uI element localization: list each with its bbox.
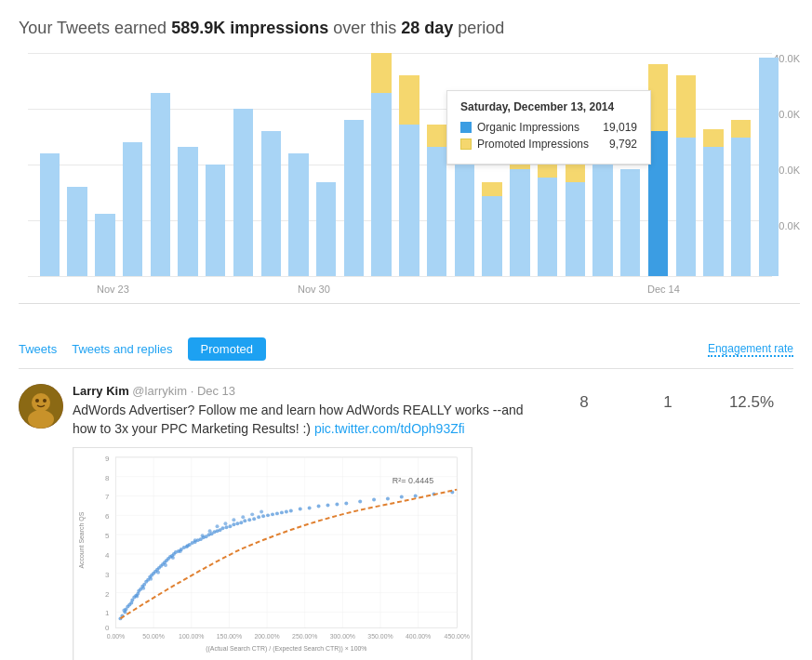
bar-organic (427, 147, 446, 276)
tooltip-organic-row: Organic Impressions 19,019 (460, 121, 637, 134)
svg-point-4 (43, 399, 47, 403)
bar-organic (316, 182, 336, 276)
bar-organic (759, 58, 779, 276)
impressions-chart: 40.0K 30.0K 20.0K 10.0K Saturday, Decemb… (19, 53, 800, 304)
svg-text:8: 8 (105, 474, 110, 482)
bar-group (369, 53, 394, 276)
svg-point-108 (149, 577, 153, 581)
bar-promoted (427, 125, 446, 147)
svg-point-106 (135, 595, 139, 599)
svg-point-99 (372, 498, 376, 502)
bar-organic (261, 131, 281, 276)
bar-organic (178, 147, 197, 276)
svg-point-109 (156, 571, 160, 574)
bar-promoted (731, 120, 751, 138)
bar-organic (95, 214, 114, 276)
svg-point-79 (235, 521, 239, 525)
svg-point-121 (250, 513, 254, 517)
bar-organic (592, 153, 612, 276)
svg-text:450.00%: 450.00% (445, 633, 470, 640)
bar-organic (67, 187, 87, 276)
organic-swatch (460, 122, 472, 133)
svg-point-118 (223, 521, 227, 525)
bar-organic (566, 182, 585, 276)
engagement-rate-value: 12.5% (710, 393, 793, 660)
svg-text:4: 4 (105, 551, 110, 560)
bar-promoted (703, 129, 723, 147)
bar-group (286, 53, 312, 276)
bar-organic (399, 125, 419, 276)
svg-point-96 (335, 503, 339, 507)
svg-text:2: 2 (105, 590, 109, 599)
tweet-author-name: Larry Kim (73, 384, 129, 398)
tooltip-organic-label: Organic Impressions (460, 121, 579, 134)
tweet-header: Larry Kim @larrykim · Dec 13 (73, 384, 542, 398)
svg-point-84 (257, 516, 260, 520)
svg-point-116 (208, 529, 212, 533)
bar-organic (648, 131, 668, 276)
tabs-left: Tweets Tweets and replies Promoted (19, 337, 266, 361)
bar-organic (344, 120, 364, 276)
tab-promoted[interactable]: Promoted (188, 337, 266, 361)
svg-text:R²= 0.4445: R²= 0.4445 (393, 476, 433, 485)
svg-text:50.00%: 50.00% (142, 633, 164, 640)
bar-organic (731, 138, 751, 276)
svg-point-77 (228, 524, 232, 528)
tweet-handle: @larrykim (132, 384, 187, 398)
bar-group (148, 53, 173, 276)
svg-point-78 (232, 522, 235, 526)
tab-tweets-replies[interactable]: Tweets and replies (72, 338, 172, 360)
svg-point-107 (141, 587, 145, 590)
svg-point-95 (326, 504, 329, 508)
tweet-date: · Dec 13 (191, 384, 235, 398)
tweet-section: Larry Kim @larrykim · Dec 13 AdWords Adv… (19, 384, 793, 660)
grid-line-bottom (28, 276, 772, 277)
svg-text:400.00%: 400.00% (406, 633, 431, 640)
svg-point-91 (289, 509, 293, 513)
svg-point-122 (260, 510, 263, 514)
bar-group (480, 53, 505, 276)
bar-organic (620, 169, 640, 276)
engagement-rate-tab[interactable]: Engagement rate (708, 342, 793, 357)
bar-group (120, 53, 145, 276)
tooltip-promoted-text: Promoted Impressions (477, 138, 589, 151)
tab-tweets[interactable]: Tweets (19, 338, 57, 360)
avatar (19, 384, 63, 429)
svg-point-101 (400, 495, 404, 499)
promoted-swatch (460, 139, 472, 150)
x-label-nov23: Nov 23 (97, 284, 129, 295)
bar-group (92, 53, 117, 276)
svg-text:350.00%: 350.00% (367, 633, 393, 640)
retweet-count: 8 (542, 393, 626, 660)
svg-point-93 (308, 507, 312, 510)
bar-group (313, 53, 339, 276)
bar-group (673, 53, 699, 276)
svg-point-75 (220, 526, 224, 530)
svg-point-97 (344, 502, 348, 506)
bar-group (176, 53, 201, 276)
svg-point-105 (122, 609, 126, 613)
svg-point-92 (299, 508, 302, 511)
bar-promoted (676, 75, 696, 138)
bar-promoted (566, 165, 585, 182)
bar-organic (538, 178, 557, 276)
bar-group (756, 53, 781, 276)
svg-text:200.00%: 200.00% (254, 633, 279, 640)
tweet-link[interactable]: pic.twitter.com/tdOph93Zfi (314, 421, 465, 436)
tweet-stats: 8 1 12.5% (542, 384, 793, 660)
headline: Your Tweets earned 589.9K impressions ov… (19, 19, 793, 38)
svg-text:1: 1 (105, 610, 110, 618)
svg-point-2 (28, 410, 54, 429)
headline-impressions: 589.9K impressions (171, 19, 328, 37)
svg-text:0: 0 (105, 624, 110, 632)
svg-point-110 (164, 563, 167, 567)
bar-group (65, 53, 90, 276)
bar-organic (482, 196, 501, 276)
x-label-dec14: Dec 14 (647, 284, 680, 295)
bar-group (341, 53, 366, 276)
svg-point-120 (241, 516, 245, 520)
svg-text:6: 6 (105, 513, 110, 521)
bar-organic (40, 153, 60, 276)
avatar-image (19, 384, 63, 429)
svg-point-102 (414, 495, 418, 498)
